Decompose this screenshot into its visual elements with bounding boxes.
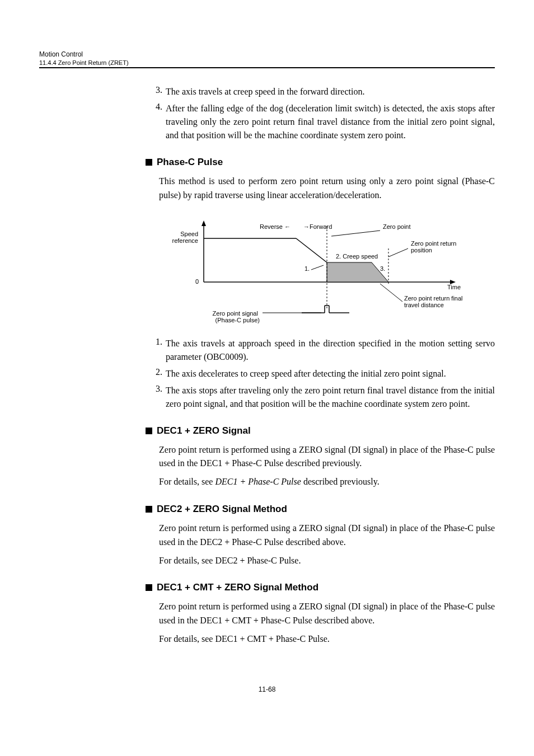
phase-c-diagram: Speedreference 0 Reverse ← →Forward Zero…: [159, 215, 481, 327]
label-reverse: Reverse ←: [260, 223, 291, 230]
list-item: 3. The axis stops after traveling only t…: [150, 384, 495, 411]
header-section: 11.4.4 Zero Point Return (ZRET): [39, 59, 495, 66]
main-content: 3. The axis travels at creep speed in th…: [146, 85, 495, 646]
list-text: The axis travels at approach speed in th…: [166, 337, 495, 364]
square-bullet-icon: [146, 584, 152, 591]
label-time: Time: [447, 284, 461, 290]
header-rule: [39, 67, 495, 68]
list-text: After the falling edge of the dog (decel…: [166, 102, 495, 142]
label-speed-ref: Speedreference: [172, 231, 198, 244]
heading-text: Phase-C Pulse: [157, 157, 223, 168]
list-number: 4.: [150, 102, 166, 112]
list-text: The axis decelerates to creep speed afte…: [166, 367, 446, 381]
square-bullet-icon: [146, 159, 152, 166]
page-root: Motion Control 11.4.4 Zero Point Return …: [0, 0, 534, 727]
section-heading-dec2-zero: DEC2 + ZERO Signal Method: [146, 504, 495, 515]
label-zps: Zero point signal (Phase-C pulse): [213, 310, 260, 323]
svg-marker-1: [202, 220, 206, 226]
svg-line-10: [388, 248, 408, 257]
top-continuation-list: 3. The axis travels at creep speed in th…: [150, 85, 495, 142]
paragraph: Zero point return is performed using a Z…: [159, 600, 495, 628]
list-item: 4. After the falling edge of the dog (de…: [150, 102, 495, 142]
list-item: 1. The axis travels at approach speed in…: [150, 337, 495, 364]
paragraph: Zero point return is performed using a Z…: [159, 443, 495, 471]
label-creep-speed: 2. Creep speed: [336, 253, 378, 260]
list-item: 3. The axis travels at creep speed in th…: [150, 85, 495, 98]
square-bullet-icon: [146, 428, 152, 434]
section-heading-phase-c: Phase-C Pulse: [146, 157, 495, 168]
phase-c-list: 1. The axis travels at approach speed in…: [150, 337, 495, 411]
paragraph: This method is used to perform zero poin…: [159, 175, 495, 203]
page-number: 11-68: [39, 685, 495, 693]
svg-line-12: [311, 265, 324, 270]
header-chapter: Motion Control: [39, 50, 495, 58]
list-number: 2.: [150, 367, 166, 377]
label-zero: 0: [195, 278, 199, 285]
list-number: 1.: [150, 337, 166, 347]
svg-line-5: [296, 238, 327, 262]
text: described previously.: [301, 477, 380, 486]
list-number: 3.: [150, 384, 166, 394]
section-heading-dec1-zero: DEC1 + ZERO Signal: [146, 425, 495, 436]
heading-text: DEC1 + ZERO Signal: [157, 425, 251, 436]
svg-line-9: [380, 284, 402, 302]
label-zpr-final: Zero point return final travel distance: [404, 295, 465, 308]
label-num1: 1.: [305, 265, 310, 272]
label-zpr-pos: Zero point return position: [411, 240, 458, 253]
label-zero-point: Zero point: [383, 223, 411, 230]
section-heading-dec1-cmt-zero: DEC1 + CMT + ZERO Signal Method: [146, 582, 495, 593]
list-text: The axis travels at creep speed in the f…: [166, 85, 364, 98]
list-number: 3.: [150, 85, 166, 95]
paragraph: Zero point return is performed using a Z…: [159, 522, 495, 550]
label-forward: →Forward: [303, 223, 332, 230]
heading-text: DEC1 + CMT + ZERO Signal Method: [157, 582, 318, 593]
paragraph: For details, see DEC1 + CMT + Phase-C Pu…: [159, 632, 495, 646]
svg-marker-6: [327, 262, 388, 282]
heading-text: DEC2 + ZERO Signal Method: [157, 504, 287, 515]
italic-reference: DEC1 + Phase-C Pulse: [215, 477, 301, 486]
label-num3: 3.: [380, 265, 385, 272]
svg-line-11: [331, 231, 380, 236]
text: For details, see: [159, 477, 215, 486]
paragraph: For details, see DEC2 + Phase-C Pulse.: [159, 554, 495, 568]
list-item: 2. The axis decelerates to creep speed a…: [150, 367, 495, 381]
paragraph: For details, see DEC1 + Phase-C Pulse de…: [159, 475, 495, 489]
square-bullet-icon: [146, 506, 152, 513]
list-text: The axis stops after traveling only the …: [166, 384, 495, 411]
